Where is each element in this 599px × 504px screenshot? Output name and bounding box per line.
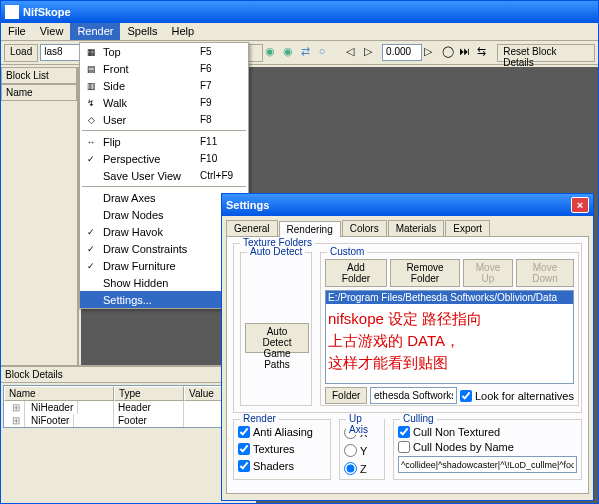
load-button[interactable]: Load <box>4 44 38 62</box>
menu-item-side[interactable]: ▥SideF7 <box>80 77 248 94</box>
custom-group: Custom Add Folder Remove Folder Move Up … <box>320 252 579 406</box>
tab-colors[interactable]: Colors <box>342 220 387 236</box>
globe-icon[interactable]: ○ <box>319 45 335 61</box>
menu-file[interactable]: File <box>1 23 33 40</box>
textures-checkbox[interactable]: Textures <box>238 443 326 455</box>
flip-icon: ↔ <box>83 137 99 147</box>
axis-y-radio[interactable]: Y <box>344 444 380 457</box>
shaders-checkbox[interactable]: Shaders <box>238 460 326 472</box>
user-icon: ◇ <box>83 115 99 125</box>
link-icon[interactable]: ⇄ <box>301 45 317 61</box>
folder-button[interactable]: Folder <box>325 387 367 404</box>
menu-separator <box>82 186 246 187</box>
block-list-col-name[interactable]: Name <box>1 84 77 101</box>
time-field[interactable]: 0.000 <box>382 44 422 61</box>
menu-view[interactable]: View <box>33 23 71 40</box>
folder-list[interactable]: E:/Program Files/Bethesda Softworks/Obli… <box>325 290 574 384</box>
render-group: Render Anti Aliasing Textures Shaders <box>233 419 331 480</box>
block-list-title: Block List <box>1 67 77 84</box>
top-icon: ▦ <box>83 47 99 57</box>
upaxis-group: Up Axis X Y Z <box>339 419 385 480</box>
check-icon: ✓ <box>83 227 99 237</box>
menu-help[interactable]: Help <box>164 23 201 40</box>
eye2-icon[interactable]: ◉ <box>283 45 299 61</box>
loop-icon[interactable]: ◯ <box>442 45 458 61</box>
next-icon[interactable]: ▷ <box>424 45 440 61</box>
app-icon <box>5 5 19 19</box>
antialias-checkbox[interactable]: Anti Aliasing <box>238 426 326 438</box>
menu-spells[interactable]: Spells <box>120 23 164 40</box>
folder-path-input[interactable] <box>370 387 457 404</box>
menu-item-walk[interactable]: ↯WalkF9 <box>80 94 248 111</box>
settings-title: Settings <box>226 199 269 211</box>
walk-icon: ↯ <box>83 98 99 108</box>
settings-titlebar[interactable]: Settings × <box>222 194 593 216</box>
axis-z-radio[interactable]: Z <box>344 462 380 475</box>
folder-list-item[interactable]: E:/Program Files/Bethesda Softworks/Obli… <box>326 291 573 304</box>
menu-item-saveview[interactable]: Save User ViewCtrl+F9 <box>80 167 248 184</box>
culling-group: Culling Cull Non Textured Cull Nodes by … <box>393 419 582 480</box>
add-folder-button[interactable]: Add Folder <box>325 259 387 287</box>
menu-separator <box>82 130 246 131</box>
look-alternatives-checkbox[interactable]: Look for alternatives <box>460 390 574 402</box>
app-title: NifSkope <box>23 6 71 18</box>
check-icon: ✓ <box>83 154 99 164</box>
table-row[interactable]: ⊞NiHeader Header <box>4 401 253 414</box>
cull-expression-input[interactable] <box>398 456 577 473</box>
close-icon[interactable]: × <box>571 197 589 213</box>
remove-folder-button[interactable]: Remove Folder <box>390 259 460 287</box>
settings-tabs: General Rendering Colors Materials Expor… <box>222 216 593 236</box>
prev-icon[interactable]: ◁ <box>346 45 362 61</box>
tab-rendering[interactable]: Rendering <box>279 221 341 237</box>
autodetect-button[interactable]: Auto Detect Game Paths <box>245 323 309 353</box>
annotation-text: nifskope 设定 路径指向 上古游戏的 DATA， 这样才能看到贴图 <box>326 304 573 378</box>
menu-render[interactable]: Render <box>70 23 120 40</box>
play-icon[interactable]: ▷ <box>364 45 380 61</box>
expand-icon[interactable]: ⊞ <box>8 401 25 414</box>
block-details-panel: Block Details Name Type Value ⊞NiHeader … <box>1 365 256 503</box>
switch-icon[interactable]: ⇆ <box>477 45 493 61</box>
cull-nodes-checkbox[interactable]: Cull Nodes by Name <box>398 441 577 453</box>
front-icon: ▤ <box>83 64 99 74</box>
tab-general[interactable]: General <box>226 220 278 236</box>
cull-nontextured-checkbox[interactable]: Cull Non Textured <box>398 426 577 438</box>
reset-button[interactable]: Reset Block Details <box>497 44 595 62</box>
expand-icon[interactable]: ⊞ <box>8 414 25 427</box>
side-icon: ▥ <box>83 81 99 91</box>
main-titlebar: NifSkope <box>1 1 598 23</box>
tab-export[interactable]: Export <box>445 220 490 236</box>
eye-icon[interactable]: ◉ <box>265 45 281 61</box>
movedown-button[interactable]: Move Down <box>516 259 574 287</box>
col-name[interactable]: Name <box>4 386 114 401</box>
tab-body: Texture Folders Auto Detect Auto Detect … <box>226 236 589 494</box>
table-row[interactable]: ⊞NiFooter Footer <box>4 414 253 427</box>
block-details-grid: Name Type Value ⊞NiHeader Header ⊞NiFoot… <box>3 385 254 428</box>
block-details-title: Block Details <box>1 367 256 383</box>
skip-icon[interactable]: ⏭ <box>459 45 475 61</box>
menu-item-user[interactable]: ◇UserF8 <box>80 111 248 128</box>
col-type[interactable]: Type <box>114 386 184 401</box>
settings-dialog: Settings × General Rendering Colors Mate… <box>221 193 594 501</box>
texture-folders-group: Texture Folders Auto Detect Auto Detect … <box>233 243 582 413</box>
menu-item-perspective[interactable]: ✓PerspectiveF10 <box>80 150 248 167</box>
menu-item-flip[interactable]: ↔FlipF11 <box>80 133 248 150</box>
menu-item-front[interactable]: ▤FrontF6 <box>80 60 248 77</box>
menubar[interactable]: File View Render Spells Help <box>1 23 598 41</box>
tab-materials[interactable]: Materials <box>388 220 445 236</box>
moveup-button[interactable]: Move Up <box>463 259 513 287</box>
check-icon: ✓ <box>83 244 99 254</box>
block-details-header: Name Type Value <box>4 386 253 401</box>
autodetect-group: Auto Detect Auto Detect Game Paths <box>240 252 312 406</box>
check-icon: ✓ <box>83 261 99 271</box>
menu-item-top[interactable]: ▦TopF5 <box>80 43 248 60</box>
